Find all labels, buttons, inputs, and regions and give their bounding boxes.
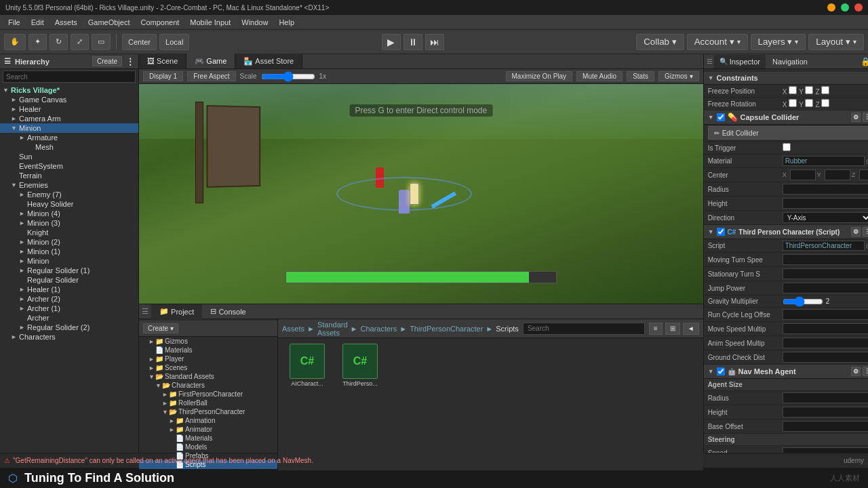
- hierarchy-item[interactable]: ►Healer (1): [0, 285, 138, 294]
- account-dropdown[interactable]: Account ▾: [687, 34, 748, 50]
- breadcrumb-characters[interactable]: Characters: [360, 325, 397, 333]
- hierarchy-item[interactable]: Archer: [0, 313, 138, 323]
- play-button[interactable]: ▶: [382, 34, 401, 50]
- hierarchy-item[interactable]: Mesh: [0, 142, 138, 152]
- close-button[interactable]: [854, 3, 863, 12]
- hierarchy-item[interactable]: ►Armature: [0, 133, 138, 142]
- project-tree-item[interactable]: ▼📂Characters: [139, 381, 277, 390]
- freeze-rz[interactable]: [821, 99, 829, 107]
- nav-radius-input[interactable]: 0.5: [783, 392, 868, 403]
- pause-button[interactable]: ⏸: [403, 34, 422, 50]
- project-tree-item[interactable]: 📄Models: [139, 443, 277, 451]
- hierarchy-item[interactable]: ►Characters: [0, 332, 138, 342]
- script-menu-icon[interactable]: ⋮: [863, 227, 868, 237]
- local-toggle[interactable]: Local: [159, 34, 189, 50]
- project-tree-item[interactable]: ▼📂Standard Assets: [139, 372, 277, 381]
- hierarchy-search-input[interactable]: [3, 70, 136, 83]
- height-input[interactable]: 2.03: [783, 198, 868, 209]
- run-cycle-input[interactable]: 0.2: [783, 309, 868, 320]
- nav-height-input[interactable]: 2: [783, 407, 868, 418]
- inspector-lock[interactable]: 🔒: [858, 57, 868, 66]
- collab-button[interactable]: Collab ▾: [636, 34, 684, 50]
- capsule-settings-icon[interactable]: ⚙: [851, 113, 861, 122]
- ground-check-input[interactable]: 1: [783, 352, 868, 363]
- hierarchy-item[interactable]: Terrain: [0, 171, 138, 180]
- nav-mesh-enabled[interactable]: [717, 367, 725, 375]
- hierarchy-item[interactable]: EventSystem: [0, 161, 138, 171]
- rotate-tool[interactable]: ↻: [50, 34, 68, 50]
- hierarchy-item[interactable]: ►Camera Arm: [0, 114, 138, 123]
- hierarchy-item[interactable]: ►Minion (4): [0, 209, 138, 218]
- menu-mobile-input[interactable]: Mobile Input: [184, 17, 236, 28]
- menu-component[interactable]: Component: [135, 17, 184, 28]
- aspect-button[interactable]: Free Aspect: [187, 71, 235, 81]
- hierarchy-item[interactable]: ►Archer (1): [0, 304, 138, 313]
- hierarchy-item[interactable]: ►Game Canvas: [0, 95, 138, 104]
- asset-grid-view[interactable]: ⊞: [665, 323, 680, 335]
- radius-input[interactable]: 0.3: [783, 184, 868, 195]
- hierarchy-item[interactable]: ►Enemy (7): [0, 190, 138, 199]
- menu-file[interactable]: File: [3, 17, 26, 28]
- third-person-enabled[interactable]: [717, 228, 725, 236]
- tab-inspector[interactable]: 🔍 Inspector: [714, 55, 766, 68]
- project-tree-item[interactable]: ►📁Animation: [139, 416, 277, 425]
- menu-gameobject[interactable]: GameObject: [83, 17, 136, 28]
- asset-nav-back[interactable]: ◄: [683, 323, 699, 335]
- hierarchy-item[interactable]: Knight: [0, 228, 138, 237]
- project-tree-item[interactable]: ►📁Animator: [139, 425, 277, 434]
- tab-scene[interactable]: 🖼 Scene: [139, 54, 186, 68]
- hierarchy-item[interactable]: Heavy Solider: [0, 199, 138, 209]
- freeze-pz[interactable]: [821, 86, 829, 94]
- script-settings-icon[interactable]: ⚙: [851, 227, 861, 237]
- tab-game[interactable]: 🎮 Game: [186, 54, 235, 68]
- move-speed-input[interactable]: 0.7: [783, 323, 868, 334]
- project-tree-item[interactable]: ►📁Gizmos: [139, 337, 277, 346]
- freeze-ry[interactable]: [805, 99, 813, 107]
- minimize-button[interactable]: [827, 3, 835, 12]
- base-offset-input[interactable]: 0: [783, 421, 868, 432]
- menu-edit[interactable]: Edit: [26, 17, 50, 28]
- hierarchy-item[interactable]: ►Minion (1): [0, 247, 138, 256]
- asset-search-input[interactable]: [523, 323, 645, 335]
- breadcrumb-standard[interactable]: Standard Assets: [317, 321, 348, 337]
- tab-navigation[interactable]: Navigation: [767, 55, 813, 68]
- center-toggle[interactable]: Center: [122, 34, 157, 50]
- capsule-collider-section[interactable]: ▼ 💊 Capsule Collider ⚙ ⋮: [704, 110, 868, 125]
- capsule-menu-icon[interactable]: ⋮: [863, 113, 868, 122]
- menu-window[interactable]: Window: [236, 17, 273, 28]
- scale-slider[interactable]: [261, 74, 315, 79]
- project-tree-item[interactable]: ►📁Scenes: [139, 363, 277, 372]
- hierarchy-item[interactable]: ►Minion (3): [0, 218, 138, 228]
- menu-assets[interactable]: Assets: [50, 17, 83, 28]
- breadcrumb-thirdperson[interactable]: ThirdPersonCharacter: [410, 325, 483, 333]
- hierarchy-item[interactable]: ►Healer: [0, 104, 138, 114]
- game-viewport[interactable]: Press G to enter Direct control mode: [139, 84, 703, 304]
- edit-collider-button[interactable]: ✏ Edit Collider: [708, 126, 868, 140]
- hierarchy-item[interactable]: ▼Ricks Village*: [0, 85, 138, 95]
- asset-item[interactable]: C#ThirdPerso...: [336, 344, 384, 387]
- gizmos-button[interactable]: Gizmos ▾: [658, 71, 699, 81]
- hierarchy-item[interactable]: ►Minion (2): [0, 237, 138, 247]
- hierarchy-item[interactable]: ▼Minion: [0, 123, 138, 133]
- rect-tool[interactable]: ▭: [92, 34, 111, 50]
- layout-dropdown[interactable]: Layout ▾: [808, 34, 864, 50]
- hierarchy-item[interactable]: ▼Enemies: [0, 180, 138, 190]
- hand-tool[interactable]: ✋: [4, 34, 26, 50]
- project-tree-item[interactable]: ▼📂ThirdPersonCharacter: [139, 407, 277, 416]
- center-z[interactable]: 0: [859, 169, 868, 180]
- capsule-enabled[interactable]: [717, 113, 725, 121]
- breadcrumb-assets[interactable]: Assets: [282, 325, 304, 333]
- hierarchy-item[interactable]: Regular Solider: [0, 275, 138, 285]
- nav-settings-icon[interactable]: ⚙: [851, 367, 861, 376]
- script-target[interactable]: ◎: [866, 242, 868, 249]
- menu-help[interactable]: Help: [273, 17, 300, 28]
- maximize-button[interactable]: [841, 3, 849, 12]
- center-x[interactable]: 0: [790, 169, 816, 180]
- project-create-button[interactable]: Create ▾: [143, 323, 178, 333]
- nav-mesh-section[interactable]: ▼ 🤖 Nav Mesh Agent ⚙ ⋮: [704, 365, 868, 379]
- third-person-section[interactable]: ▼ C# Third Person Character (Script) ⚙ ⋮: [704, 225, 868, 239]
- maximize-on-play-button[interactable]: Maximize On Play: [506, 71, 573, 81]
- hierarchy-item[interactable]: ►Regular Solider (1): [0, 266, 138, 275]
- step-button[interactable]: ⏭: [425, 34, 444, 50]
- breadcrumb-scripts[interactable]: Scripts: [496, 325, 519, 333]
